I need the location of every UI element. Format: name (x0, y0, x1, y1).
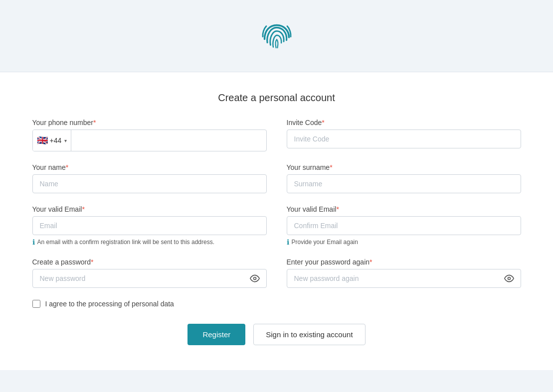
phone-input-wrapper[interactable]: 🇬🇧 +44 ▾ (32, 130, 267, 151)
invite-code-group: Invite Code* (287, 119, 521, 151)
password-group: Create a password* (32, 258, 267, 288)
confirm-email-group: Your valid Email* ℹ Provide your Email a… (287, 205, 521, 246)
phone-group: Your phone number* 🇬🇧 +44 ▾ (32, 119, 267, 151)
sign-in-button[interactable]: Sign in to existing account (253, 324, 365, 345)
header (0, 0, 553, 72)
register-button[interactable]: Register (187, 324, 245, 345)
confirm-email-input[interactable] (287, 216, 521, 235)
logo (259, 20, 294, 57)
show-password-button[interactable] (248, 271, 262, 285)
info-icon: ℹ (32, 238, 35, 246)
agree-label: I agree to the processing of personal da… (45, 300, 174, 308)
confirm-email-label: Your valid Email* (287, 205, 521, 213)
name-input[interactable] (32, 174, 267, 193)
invite-code-label: Invite Code* (287, 119, 521, 127)
password-again-input[interactable] (287, 269, 521, 288)
confirm-email-hint: ℹ Provide your Email again (287, 238, 521, 246)
password-again-group: Enter your password again* (287, 258, 521, 288)
phone-label: Your phone number* (32, 119, 267, 127)
invite-code-input[interactable] (287, 130, 521, 148)
surname-group: Your surname* (287, 163, 521, 193)
email-label: Your valid Email* (32, 205, 267, 213)
registration-form: Your phone number* 🇬🇧 +44 ▾ Invite Code*… (32, 119, 521, 345)
agree-row: I agree to the processing of personal da… (32, 300, 521, 308)
email-hint: ℹ An email with a confirm registration l… (32, 238, 267, 246)
surname-input[interactable] (287, 174, 521, 193)
info-icon-2: ℹ (287, 238, 289, 246)
show-password-again-button[interactable] (502, 271, 516, 285)
phone-flag-select[interactable]: 🇬🇧 +44 ▾ (33, 130, 72, 151)
phone-number-input[interactable] (71, 131, 266, 149)
chevron-down-icon: ▾ (64, 138, 67, 143)
phone-code: +44 (50, 136, 62, 144)
name-label: Your name* (32, 163, 267, 171)
password-again-wrapper (287, 269, 521, 288)
name-group: Your name* (32, 163, 267, 193)
email-group: Your valid Email* ℹ An email with a conf… (32, 205, 267, 246)
email-input[interactable] (32, 216, 267, 235)
svg-point-1 (508, 277, 510, 280)
form-title: Create a personal account (30, 92, 523, 104)
buttons-row: Register Sign in to existing account (32, 324, 521, 345)
password-label: Create a password* (32, 258, 267, 266)
svg-point-0 (253, 277, 256, 280)
main-content: Create a personal account Your phone num… (0, 72, 553, 370)
password-input[interactable] (32, 269, 267, 288)
agree-checkbox[interactable] (32, 300, 40, 308)
password-again-label: Enter your password again* (287, 258, 521, 266)
flag-emoji: 🇬🇧 (37, 135, 48, 146)
password-wrapper (32, 269, 267, 288)
surname-label: Your surname* (287, 163, 521, 171)
